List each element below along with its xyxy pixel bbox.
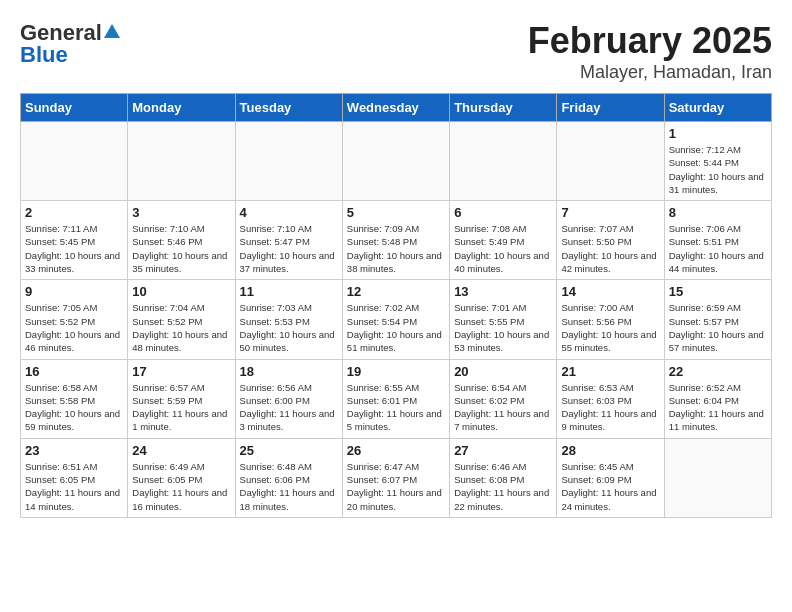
calendar-cell <box>557 122 664 201</box>
day-number: 17 <box>132 364 230 379</box>
day-number: 28 <box>561 443 659 458</box>
calendar-cell: 6Sunrise: 7:08 AM Sunset: 5:49 PM Daylig… <box>450 201 557 280</box>
calendar-weekday-friday: Friday <box>557 94 664 122</box>
day-number: 25 <box>240 443 338 458</box>
day-number: 15 <box>669 284 767 299</box>
page-title: February 2025 <box>528 20 772 62</box>
calendar-week-row: 2Sunrise: 7:11 AM Sunset: 5:45 PM Daylig… <box>21 201 772 280</box>
calendar-cell: 8Sunrise: 7:06 AM Sunset: 5:51 PM Daylig… <box>664 201 771 280</box>
day-number: 13 <box>454 284 552 299</box>
calendar-cell <box>128 122 235 201</box>
day-number: 9 <box>25 284 123 299</box>
calendar-weekday-thursday: Thursday <box>450 94 557 122</box>
calendar-cell: 14Sunrise: 7:00 AM Sunset: 5:56 PM Dayli… <box>557 280 664 359</box>
day-info: Sunrise: 6:59 AM Sunset: 5:57 PM Dayligh… <box>669 301 767 354</box>
day-info: Sunrise: 7:06 AM Sunset: 5:51 PM Dayligh… <box>669 222 767 275</box>
calendar-cell: 17Sunrise: 6:57 AM Sunset: 5:59 PM Dayli… <box>128 359 235 438</box>
calendar-weekday-wednesday: Wednesday <box>342 94 449 122</box>
day-number: 12 <box>347 284 445 299</box>
day-info: Sunrise: 7:09 AM Sunset: 5:48 PM Dayligh… <box>347 222 445 275</box>
calendar-table: SundayMondayTuesdayWednesdayThursdayFrid… <box>20 93 772 518</box>
day-info: Sunrise: 7:03 AM Sunset: 5:53 PM Dayligh… <box>240 301 338 354</box>
day-info: Sunrise: 7:02 AM Sunset: 5:54 PM Dayligh… <box>347 301 445 354</box>
day-info: Sunrise: 6:56 AM Sunset: 6:00 PM Dayligh… <box>240 381 338 434</box>
calendar-cell: 13Sunrise: 7:01 AM Sunset: 5:55 PM Dayli… <box>450 280 557 359</box>
day-info: Sunrise: 7:07 AM Sunset: 5:50 PM Dayligh… <box>561 222 659 275</box>
day-info: Sunrise: 7:11 AM Sunset: 5:45 PM Dayligh… <box>25 222 123 275</box>
day-number: 18 <box>240 364 338 379</box>
calendar-weekday-sunday: Sunday <box>21 94 128 122</box>
day-info: Sunrise: 7:12 AM Sunset: 5:44 PM Dayligh… <box>669 143 767 196</box>
calendar-cell <box>450 122 557 201</box>
day-number: 19 <box>347 364 445 379</box>
calendar-cell: 1Sunrise: 7:12 AM Sunset: 5:44 PM Daylig… <box>664 122 771 201</box>
calendar-cell: 15Sunrise: 6:59 AM Sunset: 5:57 PM Dayli… <box>664 280 771 359</box>
day-info: Sunrise: 7:00 AM Sunset: 5:56 PM Dayligh… <box>561 301 659 354</box>
calendar-cell <box>664 438 771 517</box>
day-number: 24 <box>132 443 230 458</box>
calendar-cell: 5Sunrise: 7:09 AM Sunset: 5:48 PM Daylig… <box>342 201 449 280</box>
day-info: Sunrise: 6:54 AM Sunset: 6:02 PM Dayligh… <box>454 381 552 434</box>
day-info: Sunrise: 7:04 AM Sunset: 5:52 PM Dayligh… <box>132 301 230 354</box>
calendar-cell: 12Sunrise: 7:02 AM Sunset: 5:54 PM Dayli… <box>342 280 449 359</box>
calendar-week-row: 9Sunrise: 7:05 AM Sunset: 5:52 PM Daylig… <box>21 280 772 359</box>
day-number: 4 <box>240 205 338 220</box>
day-number: 14 <box>561 284 659 299</box>
calendar-cell: 10Sunrise: 7:04 AM Sunset: 5:52 PM Dayli… <box>128 280 235 359</box>
day-info: Sunrise: 6:49 AM Sunset: 6:05 PM Dayligh… <box>132 460 230 513</box>
calendar-week-row: 16Sunrise: 6:58 AM Sunset: 5:58 PM Dayli… <box>21 359 772 438</box>
day-info: Sunrise: 6:53 AM Sunset: 6:03 PM Dayligh… <box>561 381 659 434</box>
day-info: Sunrise: 7:01 AM Sunset: 5:55 PM Dayligh… <box>454 301 552 354</box>
page-header: General Blue February 2025 Malayer, Hama… <box>20 20 772 83</box>
calendar-weekday-tuesday: Tuesday <box>235 94 342 122</box>
day-number: 20 <box>454 364 552 379</box>
day-info: Sunrise: 7:10 AM Sunset: 5:47 PM Dayligh… <box>240 222 338 275</box>
day-number: 16 <box>25 364 123 379</box>
calendar-cell <box>235 122 342 201</box>
day-number: 7 <box>561 205 659 220</box>
calendar-week-row: 1Sunrise: 7:12 AM Sunset: 5:44 PM Daylig… <box>21 122 772 201</box>
calendar-cell: 24Sunrise: 6:49 AM Sunset: 6:05 PM Dayli… <box>128 438 235 517</box>
day-info: Sunrise: 7:08 AM Sunset: 5:49 PM Dayligh… <box>454 222 552 275</box>
calendar-cell: 2Sunrise: 7:11 AM Sunset: 5:45 PM Daylig… <box>21 201 128 280</box>
day-number: 11 <box>240 284 338 299</box>
calendar-header-row: SundayMondayTuesdayWednesdayThursdayFrid… <box>21 94 772 122</box>
logo-blue-text: Blue <box>20 42 68 68</box>
calendar-cell: 19Sunrise: 6:55 AM Sunset: 6:01 PM Dayli… <box>342 359 449 438</box>
calendar-week-row: 23Sunrise: 6:51 AM Sunset: 6:05 PM Dayli… <box>21 438 772 517</box>
calendar-cell: 25Sunrise: 6:48 AM Sunset: 6:06 PM Dayli… <box>235 438 342 517</box>
calendar-cell: 23Sunrise: 6:51 AM Sunset: 6:05 PM Dayli… <box>21 438 128 517</box>
title-block: February 2025 Malayer, Hamadan, Iran <box>528 20 772 83</box>
calendar-cell: 16Sunrise: 6:58 AM Sunset: 5:58 PM Dayli… <box>21 359 128 438</box>
calendar-cell: 28Sunrise: 6:45 AM Sunset: 6:09 PM Dayli… <box>557 438 664 517</box>
day-info: Sunrise: 7:10 AM Sunset: 5:46 PM Dayligh… <box>132 222 230 275</box>
calendar-cell: 4Sunrise: 7:10 AM Sunset: 5:47 PM Daylig… <box>235 201 342 280</box>
day-info: Sunrise: 6:47 AM Sunset: 6:07 PM Dayligh… <box>347 460 445 513</box>
calendar-cell: 21Sunrise: 6:53 AM Sunset: 6:03 PM Dayli… <box>557 359 664 438</box>
day-number: 21 <box>561 364 659 379</box>
day-number: 8 <box>669 205 767 220</box>
calendar-cell: 27Sunrise: 6:46 AM Sunset: 6:08 PM Dayli… <box>450 438 557 517</box>
day-number: 22 <box>669 364 767 379</box>
calendar-cell: 3Sunrise: 7:10 AM Sunset: 5:46 PM Daylig… <box>128 201 235 280</box>
day-info: Sunrise: 6:57 AM Sunset: 5:59 PM Dayligh… <box>132 381 230 434</box>
svg-marker-0 <box>104 24 120 38</box>
calendar-cell <box>342 122 449 201</box>
day-info: Sunrise: 6:48 AM Sunset: 6:06 PM Dayligh… <box>240 460 338 513</box>
calendar-cell: 20Sunrise: 6:54 AM Sunset: 6:02 PM Dayli… <box>450 359 557 438</box>
calendar-cell: 9Sunrise: 7:05 AM Sunset: 5:52 PM Daylig… <box>21 280 128 359</box>
calendar-cell: 11Sunrise: 7:03 AM Sunset: 5:53 PM Dayli… <box>235 280 342 359</box>
calendar-weekday-monday: Monday <box>128 94 235 122</box>
day-number: 1 <box>669 126 767 141</box>
logo-icon <box>103 22 121 40</box>
day-info: Sunrise: 6:55 AM Sunset: 6:01 PM Dayligh… <box>347 381 445 434</box>
calendar-cell: 22Sunrise: 6:52 AM Sunset: 6:04 PM Dayli… <box>664 359 771 438</box>
day-number: 3 <box>132 205 230 220</box>
calendar-weekday-saturday: Saturday <box>664 94 771 122</box>
day-number: 10 <box>132 284 230 299</box>
calendar-cell: 18Sunrise: 6:56 AM Sunset: 6:00 PM Dayli… <box>235 359 342 438</box>
day-info: Sunrise: 6:58 AM Sunset: 5:58 PM Dayligh… <box>25 381 123 434</box>
day-info: Sunrise: 7:05 AM Sunset: 5:52 PM Dayligh… <box>25 301 123 354</box>
day-number: 23 <box>25 443 123 458</box>
day-info: Sunrise: 6:46 AM Sunset: 6:08 PM Dayligh… <box>454 460 552 513</box>
